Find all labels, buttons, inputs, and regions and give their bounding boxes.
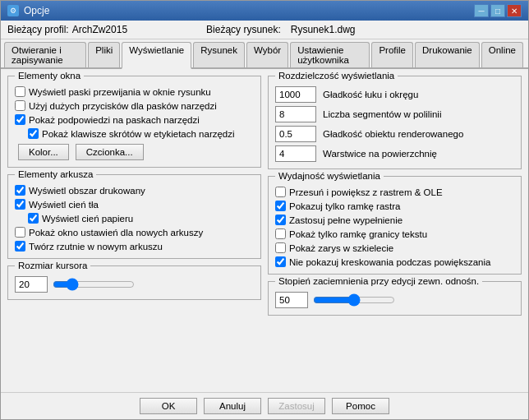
tab-rysunek[interactable]: Rysunek (193, 42, 245, 67)
no-hatch-zoom-row: Nie pokazuj kreskowania podczas powiększ… (275, 256, 514, 267)
surface-contours-input[interactable] (275, 145, 316, 162)
new-sheet-dlg-checkbox[interactable] (15, 227, 25, 238)
sheet-elements-group: Elementy arkusza Wyświetl obszar drukowa… (7, 174, 261, 259)
shadow-label: Wyświetl cień tła (29, 200, 99, 210)
font-button[interactable]: Czcionka... (76, 144, 144, 160)
new-sheet-dlg-label: Pokaż okno ustawień dla nowych arkuszy (29, 228, 203, 238)
window-elements-group: Elementy okna Wyświetl paski przewijania… (7, 76, 261, 168)
current-profile: Bieżący profil: ArchZw2015 (7, 24, 127, 35)
display-resolution-group: Rozdzielczość wyświetlania Gładkość łuku… (268, 76, 522, 169)
main-row: Elementy okna Wyświetl paski przewijania… (7, 76, 522, 385)
render-smooth-row: Gładkość obiektu renderowanego (275, 126, 514, 142)
display-performance-group: Wydajność wyświetlania Przesuń i powięks… (268, 176, 522, 275)
ok-button[interactable]: OK (140, 398, 197, 414)
text-frame-checkbox[interactable] (275, 228, 286, 239)
bottom-bar: OK Anuluj Zastosuj Pomoc (1, 392, 528, 419)
title-bar: ⚙ Opcje ─ □ ✕ (1, 1, 528, 21)
poly-segs-row: Liczba segmentów w polilinii (275, 106, 514, 122)
shadow-row: Wyświetl cień tła (15, 199, 254, 210)
surface-contours-label: Warstwice na powierzchnię (323, 149, 437, 159)
sheet-elements-title: Elementy arkusza (15, 169, 96, 179)
raster-frame-label: Pokazuj tylko ramkę rastra (289, 201, 401, 211)
tab-drukowanie[interactable]: Drukowanie (415, 42, 480, 67)
print-area-checkbox[interactable] (15, 185, 25, 196)
paper-shadow-row: Wyświetl cień papieru (28, 213, 254, 224)
cursor-size-title: Rozmiar kursora (15, 261, 90, 270)
raster-ole-row: Przesuń i powiększ z rastrem & OLE (275, 187, 514, 197)
raster-frame-checkbox[interactable] (275, 201, 286, 211)
solid-fill-checkbox[interactable] (275, 215, 286, 225)
minimize-button[interactable]: ─ (474, 4, 489, 17)
print-area-label: Wyświetl obszar drukowany (29, 186, 145, 196)
new-sheet-create-label: Twórz rzutnie w nowym arkuszu (29, 242, 163, 252)
cursor-size-input[interactable] (15, 276, 48, 293)
no-hatch-zoom-label: Nie pokazuj kreskowania podczas powiększ… (289, 257, 490, 267)
paper-shadow-label: Wyświetl cień papieru (42, 214, 133, 224)
new-sheet-create-checkbox[interactable] (15, 241, 25, 252)
tooltips-checkbox[interactable] (15, 114, 25, 125)
cancel-button[interactable]: Anuluj (204, 398, 261, 414)
tab-ustawienie[interactable]: Ustawienie użytkownika (290, 42, 370, 67)
arc-smooth-row: Gładkość łuku i okręgu (275, 86, 514, 103)
tab-profile[interactable]: Profile (371, 42, 413, 67)
maximize-button[interactable]: □ (490, 4, 505, 17)
main-window: ⚙ Opcje ─ □ ✕ Bieżący profil: ArchZw2015… (0, 0, 529, 420)
tab-wyswietlanie[interactable]: Wyświetlanie (122, 42, 191, 69)
text-frame-row: Pokaż tylko ramkę granicy tekstu (275, 228, 514, 239)
scrollbars-row: Wyświetl paski przewijania w oknie rysun… (15, 86, 254, 97)
window-title: Opcje (24, 5, 49, 16)
cursor-size-slider[interactable] (53, 278, 135, 291)
raster-ole-checkbox[interactable] (275, 187, 286, 197)
profile-label: Bieżący profil: (7, 24, 69, 35)
shadow-checkbox[interactable] (15, 199, 25, 210)
scrollbars-checkbox[interactable] (15, 86, 25, 97)
no-hatch-zoom-checkbox[interactable] (275, 256, 286, 267)
fade-input[interactable] (275, 292, 308, 308)
new-sheet-create-row: Twórz rzutnie w nowym arkuszu (15, 241, 254, 252)
large-btns-row: Użyj dużych przycisków dla pasków narzęd… (15, 100, 254, 111)
arc-smooth-input[interactable] (275, 86, 316, 103)
drawing-label: Bieżący rysunek: (206, 24, 281, 35)
title-bar-left: ⚙ Opcje (7, 5, 49, 16)
surface-contours-row: Warstwice na powierzchnię (275, 145, 514, 162)
new-sheet-dlg-row: Pokaż okno ustawień dla nowych arkuszy (15, 227, 254, 238)
color-button[interactable]: Kolor... (18, 144, 69, 160)
help-button[interactable]: Pomoc (332, 398, 389, 414)
tab-pliki[interactable]: Pliki (88, 42, 120, 67)
left-column: Elementy okna Wyświetl paski przewijania… (7, 76, 261, 385)
color-font-btns: Kolor... Czcionka... (18, 144, 254, 160)
wireframe-row: Pokaż zarys w szkielecie (275, 242, 514, 253)
close-button[interactable]: ✕ (507, 4, 522, 17)
large-btns-checkbox[interactable] (15, 100, 25, 111)
large-btns-label: Użyj dużych przycisków dla pasków narzęd… (29, 101, 217, 111)
raster-ole-label: Przesuń i powiększ z rastrem & OLE (289, 187, 443, 197)
tooltips-label: Pokaż podpowiedzi na paskach narzędzi (29, 115, 200, 125)
tab-wybor[interactable]: Wybór (246, 42, 288, 67)
profile-value: ArchZw2015 (72, 24, 127, 35)
fade-slider[interactable] (313, 293, 395, 307)
fade-group: Stopień zaciemnienia przy edycji zewn. o… (268, 281, 522, 316)
wireframe-checkbox[interactable] (275, 242, 286, 253)
paper-shadow-checkbox[interactable] (28, 213, 39, 224)
current-drawing: Bieżący rysunek: Rysunek1.dwg (206, 24, 355, 35)
right-column: Rozdzielczość wyświetlania Gładkość łuku… (268, 76, 522, 385)
tab-otwieranie[interactable]: Otwieranie i zapisywanie (4, 42, 86, 67)
wireframe-label: Pokaż zarys w szkielecie (289, 243, 393, 253)
cursor-size-controls (15, 276, 254, 293)
tabs-bar: Otwieranie i zapisywanie Pliki Wyświetla… (1, 39, 528, 69)
app-icon: ⚙ (7, 5, 19, 16)
apply-button[interactable]: Zastosuj (268, 398, 325, 414)
shortcuts-row: Pokaż klawisze skrótów w etykietach narz… (28, 128, 254, 139)
shortcuts-checkbox[interactable] (28, 128, 39, 139)
render-smooth-input[interactable] (275, 126, 316, 142)
fade-title: Stopień zaciemnienia przy edycji zewn. o… (275, 276, 482, 286)
tab-online[interactable]: Online (481, 42, 523, 67)
scrollbars-label: Wyświetl paski przewijania w oknie rysun… (29, 87, 211, 97)
content-area: Elementy okna Wyświetl paski przewijania… (1, 69, 528, 392)
profile-bar: Bieżący profil: ArchZw2015 Bieżący rysun… (1, 21, 528, 39)
poly-segs-input[interactable] (275, 106, 316, 122)
render-smooth-label: Gładkość obiektu renderowanego (323, 129, 463, 139)
display-resolution-title: Rozdzielczość wyświetlania (275, 71, 398, 81)
print-area-row: Wyświetl obszar drukowany (15, 185, 254, 196)
shortcuts-label: Pokaż klawisze skrótów w etykietach narz… (42, 129, 235, 139)
